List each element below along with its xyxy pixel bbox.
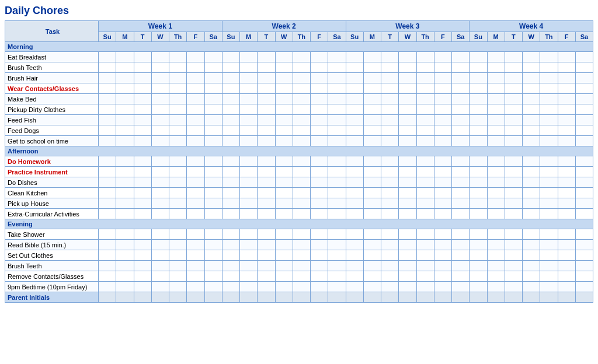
day-cell[interactable] — [116, 229, 134, 240]
day-cell[interactable] — [470, 104, 487, 115]
day-cell[interactable] — [470, 62, 487, 73]
day-cell[interactable] — [134, 198, 151, 209]
day-cell[interactable] — [416, 125, 434, 136]
day-cell[interactable] — [434, 115, 451, 125]
day-cell[interactable] — [328, 125, 346, 136]
day-cell[interactable] — [240, 73, 258, 83]
day-cell[interactable] — [240, 240, 258, 250]
day-cell[interactable] — [311, 83, 328, 94]
day-cell[interactable] — [470, 156, 487, 167]
day-cell[interactable] — [487, 62, 505, 73]
day-cell[interactable] — [275, 177, 293, 188]
day-cell[interactable] — [134, 188, 151, 198]
day-cell[interactable] — [275, 282, 293, 292]
day-cell[interactable] — [222, 73, 239, 83]
day-cell[interactable] — [151, 261, 169, 271]
parent-initials-cell[interactable] — [558, 292, 575, 303]
day-cell[interactable] — [399, 156, 416, 167]
parent-initials-cell[interactable] — [240, 292, 258, 303]
day-cell[interactable] — [505, 177, 522, 188]
parent-initials-cell[interactable] — [363, 292, 381, 303]
day-cell[interactable] — [311, 229, 328, 240]
day-cell[interactable] — [416, 250, 434, 261]
parent-initials-cell[interactable] — [399, 292, 416, 303]
day-cell[interactable] — [99, 156, 116, 167]
day-cell[interactable] — [452, 271, 470, 282]
day-cell[interactable] — [540, 167, 558, 177]
day-cell[interactable] — [328, 271, 346, 282]
day-cell[interactable] — [452, 104, 470, 115]
day-cell[interactable] — [399, 52, 416, 62]
day-cell[interactable] — [470, 198, 487, 209]
parent-initials-cell[interactable] — [134, 292, 151, 303]
day-cell[interactable] — [240, 229, 258, 240]
day-cell[interactable] — [381, 83, 399, 94]
day-cell[interactable] — [523, 282, 540, 292]
day-cell[interactable] — [523, 62, 540, 73]
day-cell[interactable] — [434, 271, 451, 282]
day-cell[interactable] — [346, 198, 363, 209]
day-cell[interactable] — [240, 261, 258, 271]
day-cell[interactable] — [540, 240, 558, 250]
day-cell[interactable] — [470, 115, 487, 125]
day-cell[interactable] — [540, 188, 558, 198]
day-cell[interactable] — [275, 115, 293, 125]
day-cell[interactable] — [99, 167, 116, 177]
day-cell[interactable] — [523, 271, 540, 282]
day-cell[interactable] — [275, 104, 293, 115]
day-cell[interactable] — [258, 271, 275, 282]
day-cell[interactable] — [434, 83, 451, 94]
day-cell[interactable] — [558, 104, 575, 115]
day-cell[interactable] — [505, 83, 522, 94]
day-cell[interactable] — [293, 83, 310, 94]
day-cell[interactable] — [434, 52, 451, 62]
day-cell[interactable] — [470, 136, 487, 146]
day-cell[interactable] — [363, 83, 381, 94]
day-cell[interactable] — [258, 261, 275, 271]
day-cell[interactable] — [505, 209, 522, 219]
day-cell[interactable] — [381, 62, 399, 73]
day-cell[interactable] — [523, 52, 540, 62]
day-cell[interactable] — [452, 250, 470, 261]
day-cell[interactable] — [434, 104, 451, 115]
day-cell[interactable] — [558, 261, 575, 271]
day-cell[interactable] — [381, 94, 399, 104]
parent-initials-cell[interactable] — [293, 292, 310, 303]
day-cell[interactable] — [134, 136, 151, 146]
day-cell[interactable] — [151, 73, 169, 83]
day-cell[interactable] — [293, 271, 310, 282]
day-cell[interactable] — [293, 240, 310, 250]
day-cell[interactable] — [540, 94, 558, 104]
day-cell[interactable] — [151, 104, 169, 115]
day-cell[interactable] — [222, 261, 239, 271]
day-cell[interactable] — [240, 104, 258, 115]
day-cell[interactable] — [311, 188, 328, 198]
day-cell[interactable] — [505, 156, 522, 167]
day-cell[interactable] — [240, 250, 258, 261]
day-cell[interactable] — [134, 52, 151, 62]
day-cell[interactable] — [505, 261, 522, 271]
day-cell[interactable] — [311, 261, 328, 271]
day-cell[interactable] — [293, 229, 310, 240]
day-cell[interactable] — [399, 271, 416, 282]
day-cell[interactable] — [204, 209, 222, 219]
day-cell[interactable] — [399, 83, 416, 94]
day-cell[interactable] — [99, 62, 116, 73]
day-cell[interactable] — [399, 125, 416, 136]
day-cell[interactable] — [169, 115, 187, 125]
day-cell[interactable] — [575, 282, 593, 292]
day-cell[interactable] — [363, 52, 381, 62]
day-cell[interactable] — [505, 282, 522, 292]
day-cell[interactable] — [116, 188, 134, 198]
day-cell[interactable] — [134, 104, 151, 115]
day-cell[interactable] — [363, 177, 381, 188]
day-cell[interactable] — [487, 156, 505, 167]
day-cell[interactable] — [381, 167, 399, 177]
day-cell[interactable] — [558, 198, 575, 209]
day-cell[interactable] — [523, 198, 540, 209]
day-cell[interactable] — [363, 209, 381, 219]
day-cell[interactable] — [222, 94, 239, 104]
day-cell[interactable] — [523, 167, 540, 177]
day-cell[interactable] — [381, 52, 399, 62]
day-cell[interactable] — [293, 209, 310, 219]
